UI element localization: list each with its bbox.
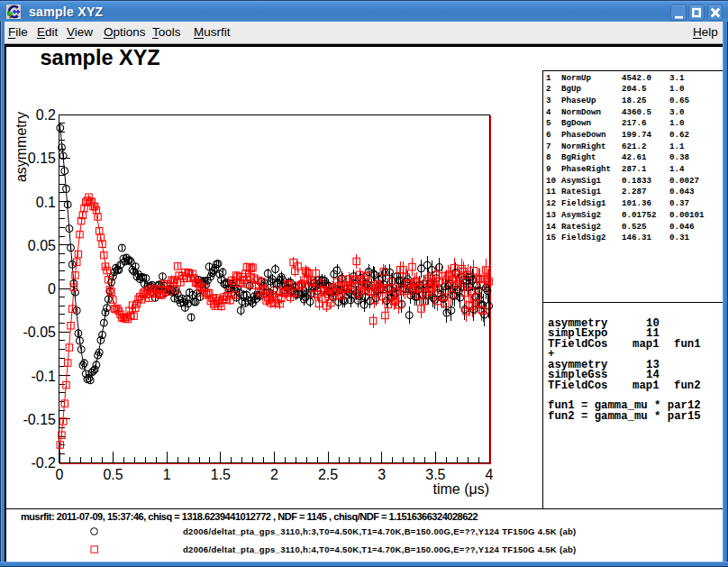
svg-text:0.1: 0.1 <box>36 195 56 210</box>
svg-text:0.15: 0.15 <box>28 151 56 166</box>
svg-text:sample XYZ: sample XYZ <box>41 46 160 69</box>
svg-text:-0.15: -0.15 <box>23 412 57 427</box>
svg-text:1.5: 1.5 <box>211 467 231 482</box>
svg-text:3.5: 3.5 <box>425 467 445 482</box>
svg-text:1: 1 <box>163 467 171 482</box>
svg-text:-0.1: -0.1 <box>31 369 56 384</box>
svg-text:0.5: 0.5 <box>103 467 123 482</box>
svg-text:3: 3 <box>378 467 386 482</box>
svg-text:4: 4 <box>486 467 494 482</box>
svg-text:2.5: 2.5 <box>318 467 338 482</box>
svg-text:time (μs): time (μs) <box>432 481 489 497</box>
svg-text:0: 0 <box>56 467 64 482</box>
svg-text:asymmetry: asymmetry <box>14 112 29 182</box>
svg-text:2: 2 <box>270 467 278 482</box>
svg-text:-0.05: -0.05 <box>23 325 57 340</box>
svg-text:0: 0 <box>48 281 56 297</box>
svg-text:0.05: 0.05 <box>28 238 56 253</box>
svg-text:-0.2: -0.2 <box>31 455 56 471</box>
svg-text:0.2: 0.2 <box>36 107 56 123</box>
